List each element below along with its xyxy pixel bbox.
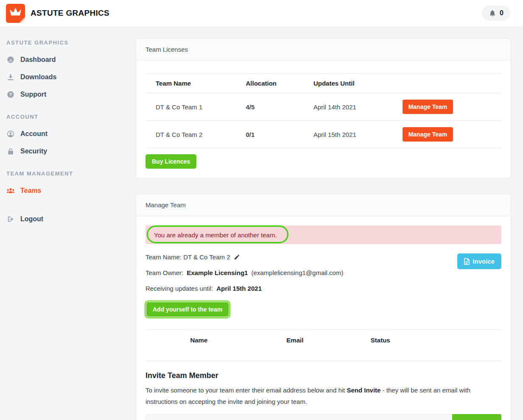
sidebar-item-dashboard[interactable]: Dashboard: [6, 51, 131, 68]
invite-team-member-title: Invite Team Member: [145, 371, 501, 380]
svg-text:?: ?: [9, 92, 12, 97]
sidebar-item-label: Logout: [20, 215, 43, 223]
allocation-cell: 0/1: [242, 121, 309, 148]
document-icon: [464, 258, 470, 265]
logout-icon: [6, 215, 15, 223]
sidebar-item-logout[interactable]: Logout: [6, 210, 131, 228]
column-header-name: Name: [145, 330, 252, 361]
download-icon: [6, 73, 15, 81]
allocation-cell: 4/5: [242, 93, 309, 121]
manage-team-card: Manage Team You are already a member of …: [136, 194, 511, 420]
sidebar-item-support[interactable]: ? Support: [6, 86, 131, 103]
manage-team-button[interactable]: Manage Team: [403, 100, 453, 114]
sidebar-section-account: ACCOUNT: [6, 111, 131, 122]
column-header-email: Email: [252, 330, 338, 361]
notifications-button[interactable]: 0: [482, 6, 510, 21]
updates-until-line: Receiving updates until: April 15th 2021: [145, 285, 501, 292]
team-members-table: Name Email Status: [145, 329, 501, 361]
column-header-team-name: Team Name: [145, 74, 242, 93]
team-owner-email: (examplelicensing1@gmail.com): [251, 269, 343, 276]
sidebar-item-label: Security: [20, 147, 47, 155]
sidebar-section-team-management: TEAM MANAGEMENT: [6, 167, 131, 179]
team-owner-line: Team Owner: Example Licensing1 (examplel…: [145, 269, 501, 276]
team-name-cell: DT & Co Team 2: [145, 121, 242, 148]
updates-until-cell: April 15th 2021: [309, 121, 398, 148]
send-invite-button[interactable]: Send Invite: [452, 414, 501, 420]
notification-count: 0: [500, 9, 503, 17]
sidebar-item-teams[interactable]: Teams: [6, 182, 131, 199]
sidebar-item-label: Teams: [20, 187, 42, 195]
invite-input-group: Send Invite: [145, 414, 501, 420]
updates-until-value: April 15th 2021: [216, 285, 262, 292]
bell-icon: [489, 9, 496, 17]
table-row: DT & Co Team 2 0/1 April 15th 2021 Manag…: [145, 121, 501, 148]
email-input[interactable]: [145, 414, 452, 420]
column-header-member-actions: [423, 330, 501, 361]
astute-graphics-logo-icon: [6, 4, 25, 23]
column-header-updates-until: Updates Until: [309, 74, 398, 93]
column-header-actions: [398, 74, 501, 93]
invite-description: To invite someone to your team enter the…: [145, 384, 498, 407]
sidebar: ASTUTE GRAPHICS Dashboard Downloads ? Su…: [0, 26, 136, 228]
brand-title: ASTUTE GRAPHICS: [31, 8, 109, 18]
sidebar-section-astute-graphics: ASTUTE GRAPHICS: [6, 36, 131, 48]
column-header-allocation: Allocation: [242, 74, 309, 93]
help-icon: ?: [6, 91, 15, 98]
dashboard-icon: [6, 56, 15, 64]
manage-team-card-title: Manage Team: [136, 194, 511, 216]
team-licenses-card-title: Team Licenses: [136, 39, 511, 61]
sidebar-item-downloads[interactable]: Downloads: [6, 68, 131, 86]
edit-pencil-icon[interactable]: [234, 254, 240, 260]
team-name-line: Team Name: DT & Co Team 2: [145, 253, 240, 261]
table-row: DT & Co Team 1 4/5 April 14th 2021 Manag…: [145, 93, 501, 121]
add-yourself-button[interactable]: Add yourself to the team: [146, 302, 229, 317]
column-header-status: Status: [338, 330, 423, 361]
buy-licences-button[interactable]: Buy Licences: [145, 154, 196, 169]
sidebar-item-label: Dashboard: [20, 56, 56, 64]
top-header: ASTUTE GRAPHICS 0: [0, 0, 523, 26]
team-licenses-table: Team Name Allocation Updates Until DT & …: [145, 73, 501, 148]
team-owner-name: Example Licensing1: [187, 269, 248, 276]
invoice-button[interactable]: Invoice: [457, 253, 501, 269]
manage-team-button[interactable]: Manage Team: [403, 127, 453, 142]
team-licenses-card: Team Licenses Team Name Allocation Updat…: [136, 38, 511, 178]
already-member-alert: You are already a member of another team…: [145, 225, 501, 244]
team-name-cell: DT & Co Team 1: [145, 93, 242, 121]
lock-icon: [6, 147, 15, 155]
sidebar-item-security[interactable]: Security: [6, 142, 131, 160]
sidebar-item-label: Account: [20, 130, 48, 138]
sidebar-item-label: Support: [20, 91, 46, 98]
sidebar-item-account[interactable]: Account: [6, 125, 131, 142]
updates-until-cell: April 14th 2021: [309, 93, 398, 121]
alert-text: You are already a member of another team…: [154, 231, 277, 239]
users-icon: [6, 187, 15, 195]
user-icon: [6, 130, 15, 138]
sidebar-item-label: Downloads: [20, 73, 56, 81]
